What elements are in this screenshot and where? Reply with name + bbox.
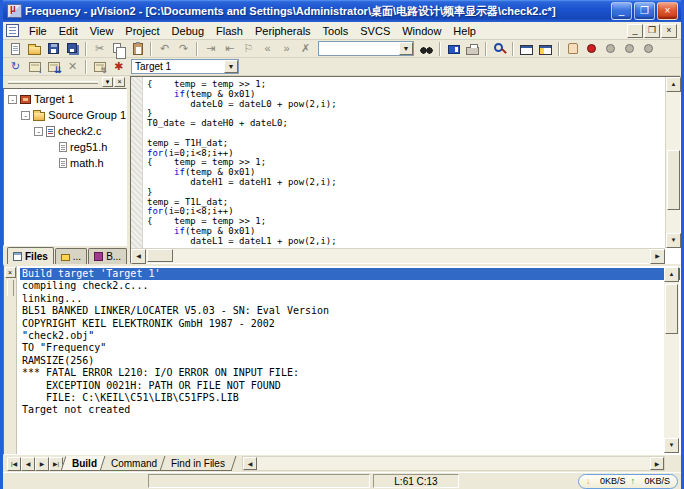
target-combobox-value[interactable]: Target 1	[132, 61, 224, 72]
scroll-down-icon[interactable]: ▼	[664, 438, 679, 453]
restore-button[interactable]: ❐	[634, 2, 655, 20]
toggle-bookmark-icon: ⚐	[244, 43, 254, 54]
scroll-up-icon[interactable]: ▲	[666, 77, 681, 92]
panel-tab-files[interactable]: Files	[7, 247, 54, 264]
build-close-icon[interactable]: ×	[5, 267, 16, 278]
menu-project[interactable]: Project	[119, 23, 165, 39]
tree-item-reg51-h[interactable]: reg51.h	[4, 139, 126, 155]
menu-debug[interactable]: Debug	[166, 23, 210, 39]
copy-button[interactable]	[109, 41, 128, 57]
print-button[interactable]	[463, 41, 482, 57]
scroll-left-icon[interactable]: ◀	[243, 457, 257, 470]
scroll-right-icon[interactable]: ▶	[650, 249, 665, 264]
mdi-close-button[interactable]: ×	[661, 24, 677, 38]
kill-breakpoints-button[interactable]	[639, 41, 658, 57]
tab-next-icon[interactable]: ▶	[35, 457, 49, 471]
save-button[interactable]	[44, 41, 63, 57]
editor-code[interactable]: { temp = temp >> 1; if(temp & 0x01) date…	[143, 77, 680, 263]
tree-item-label: Target 1	[34, 93, 74, 105]
folder-icon	[61, 254, 70, 261]
expander-icon[interactable]: -	[8, 95, 17, 104]
build-target-button[interactable]: ↓	[25, 59, 44, 75]
enable-breakpoint-button[interactable]	[601, 41, 620, 57]
cut-button[interactable]: ✂	[90, 41, 109, 57]
stop-build-button[interactable]: ✕	[63, 59, 82, 75]
editor-vscroll-thumb[interactable]	[667, 150, 680, 210]
target-options-button[interactable]: ✱	[109, 59, 128, 75]
tree-item-math-h[interactable]: math.h	[4, 155, 126, 171]
panel-chevron-icon[interactable]: ▾	[102, 77, 113, 87]
tab-first-icon[interactable]: |◀	[7, 457, 21, 471]
minimize-button[interactable]: _	[611, 2, 632, 20]
rebuild-all-button[interactable]: ⇊	[44, 59, 63, 75]
project-panel-tabs: Files...B...	[3, 246, 127, 264]
tab-prev-icon[interactable]: ◀	[21, 457, 35, 471]
build-output-line: linking...	[20, 293, 680, 305]
menu-view[interactable]: View	[84, 23, 120, 39]
scroll-down-icon[interactable]: ▼	[666, 233, 681, 248]
output-window-button[interactable]	[536, 41, 555, 57]
project-window-button[interactable]	[517, 41, 536, 57]
expander-icon[interactable]: -	[34, 127, 43, 136]
prev-bookmark-button[interactable]: «	[258, 41, 277, 57]
project-panel-grip[interactable]: ▾ ×	[3, 76, 127, 88]
mdi-restore-button[interactable]: ❐	[644, 24, 660, 38]
undo-button[interactable]: ↶	[155, 41, 174, 57]
menu-tools[interactable]: Tools	[317, 23, 355, 39]
insert-breakpoint-button[interactable]	[582, 41, 601, 57]
build-output-text[interactable]: Build target 'Target 1'compiling check2.…	[17, 266, 680, 454]
close-button[interactable]: ×	[657, 2, 678, 20]
menu-flash[interactable]: Flash	[210, 23, 249, 39]
tab-find-in-files[interactable]: Find in Files	[160, 456, 237, 471]
open-file-button[interactable]	[25, 41, 44, 57]
indent-button[interactable]: ⇥	[201, 41, 220, 57]
find-button[interactable]	[417, 41, 436, 57]
menu-help[interactable]: Help	[447, 23, 482, 39]
paste-button[interactable]	[128, 41, 147, 57]
disable-breakpoints-button[interactable]	[620, 41, 639, 57]
save-all-button[interactable]	[63, 41, 82, 57]
panel-tab-folder[interactable]: ...	[55, 248, 87, 264]
redo-button[interactable]: ↷	[174, 41, 193, 57]
build-vscroll-thumb[interactable]	[665, 284, 678, 334]
unindent-button[interactable]: ⇤	[220, 41, 239, 57]
target-combobox[interactable]: Target 1▼	[131, 59, 239, 74]
panel-close-icon[interactable]: ×	[114, 77, 125, 87]
editor-hscroll-thumb[interactable]	[147, 249, 173, 262]
scroll-up-icon[interactable]: ▲	[664, 267, 679, 282]
find-combobox[interactable]: ▼	[318, 41, 414, 56]
tree-item-target-1[interactable]: -Target 1	[4, 91, 126, 107]
find-in-files-button[interactable]	[444, 41, 463, 57]
translate-file-button[interactable]: ↻	[6, 59, 25, 75]
menu-svcs[interactable]: SVCS	[354, 23, 396, 39]
next-bookmark-button[interactable]: »	[277, 41, 296, 57]
clear-bookmarks-button[interactable]: ✗	[296, 41, 315, 57]
new-file-button[interactable]	[6, 41, 25, 57]
chevron-down-icon[interactable]: ▼	[399, 42, 413, 55]
tree-item-check2-c[interactable]: -check2.c	[4, 123, 126, 139]
tab-command[interactable]: Command	[100, 456, 169, 471]
status-bar: L:61 C:13 ↓ 0KB/S ↑ 0KB/S	[3, 472, 681, 489]
debug-hand-button[interactable]	[563, 41, 582, 57]
chevron-down-icon[interactable]: ▼	[224, 60, 238, 73]
scroll-right-icon[interactable]: ▶	[650, 457, 664, 470]
build-output-line: TO "Frequency"	[20, 342, 680, 354]
configure-search-button[interactable]	[490, 41, 509, 57]
download-flash-button[interactable]: ↯	[90, 59, 109, 75]
build-grip[interactable]	[7, 280, 14, 296]
menu-file[interactable]: File	[23, 23, 53, 39]
scroll-left-icon[interactable]: ◀	[131, 249, 146, 264]
code-editor[interactable]: { temp = temp >> 1; if(temp & 0x01) date…	[130, 76, 681, 264]
mdi-minimize-button[interactable]: _	[627, 24, 643, 38]
toggle-bookmark-button[interactable]: ⚐	[239, 41, 258, 57]
menu-edit[interactable]: Edit	[53, 23, 84, 39]
menu-peripherals[interactable]: Peripherals	[249, 23, 317, 39]
tree-item-label: Source Group 1	[48, 109, 126, 121]
code-line: dateH1 = dateH1 + pow(2,i);	[147, 178, 680, 188]
target-icon	[20, 95, 31, 104]
tree-item-source-group-1[interactable]: -Source Group 1	[4, 107, 126, 123]
expander-icon[interactable]: -	[21, 111, 30, 120]
panel-tab-book[interactable]: B...	[88, 248, 127, 264]
next-bookmark-icon: »	[283, 43, 289, 54]
menu-window[interactable]: Window	[396, 23, 447, 39]
